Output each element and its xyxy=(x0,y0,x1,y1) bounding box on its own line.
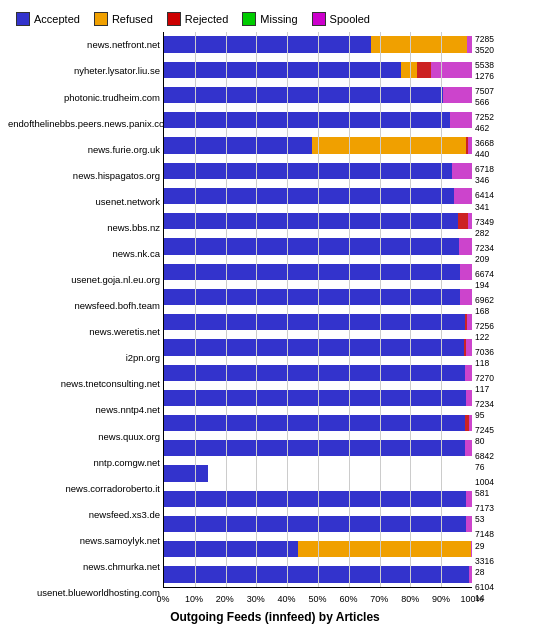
x-label-10: 100% xyxy=(460,594,483,604)
right-labels-col: 7285352055381276750756672524623668440671… xyxy=(472,32,542,606)
grid-line-2 xyxy=(226,32,227,587)
y-label-15: news.quux.org xyxy=(8,431,160,442)
y-label-17: news.corradoroberto.it xyxy=(8,483,160,494)
right-label-2: 7507566 xyxy=(472,86,542,108)
right-label-9: 6674194 xyxy=(472,269,542,291)
legend-item-spooled: Spooled xyxy=(312,12,370,26)
right-label-12: 7036118 xyxy=(472,347,542,369)
bar-segment-spooled-13 xyxy=(465,365,472,381)
y-label-20: news.chmurka.net xyxy=(8,561,160,572)
right-label-3: 7252462 xyxy=(472,112,542,134)
right-label-19: 714829 xyxy=(472,529,542,551)
legend-item-refused: Refused xyxy=(94,12,153,26)
legend: AcceptedRefusedRejectedMissingSpooled xyxy=(8,8,542,32)
bar-segment-refused-0 xyxy=(371,36,467,52)
bar-stack-17 xyxy=(164,465,208,481)
y-label-12: i2pn.org xyxy=(8,352,160,363)
right-label-16: 684276 xyxy=(472,451,542,473)
bar-segment-refused-4 xyxy=(312,137,467,153)
bar-segment-spooled-20 xyxy=(471,541,472,557)
bar-segment-accepted-11 xyxy=(164,314,465,330)
right-label-11: 7256122 xyxy=(472,321,542,343)
legend-color-missing xyxy=(242,12,256,26)
right-label-14: 723495 xyxy=(472,399,542,421)
bar-segment-rejected-1 xyxy=(417,62,431,78)
x-label-7: 70% xyxy=(370,594,388,604)
y-label-18: newsfeed.xs3.de xyxy=(8,509,160,520)
bar-segment-spooled-0 xyxy=(467,36,472,52)
y-label-14: news.nntp4.net xyxy=(8,404,160,415)
bar-segment-spooled-21 xyxy=(469,566,472,582)
y-label-1: nyheter.lysator.liu.se xyxy=(8,65,160,76)
bar-segment-accepted-4 xyxy=(164,137,312,153)
y-label-16: nntp.comgw.net xyxy=(8,457,160,468)
grid-line-3 xyxy=(256,32,257,587)
bar-segment-spooled-12 xyxy=(466,339,472,355)
right-label-5: 6718346 xyxy=(472,164,542,186)
y-label-7: news.bbs.nz xyxy=(8,222,160,233)
right-label-1: 55381276 xyxy=(472,60,542,82)
grid-line-1 xyxy=(195,32,196,587)
legend-color-spooled xyxy=(312,12,326,26)
bar-segment-spooled-5 xyxy=(452,163,472,179)
x-label-4: 40% xyxy=(278,594,296,604)
bars-and-xaxis: 0%10%20%30%40%50%60%70%80%90%100% xyxy=(163,32,472,606)
y-label-21: usenet.blueworldhosting.com xyxy=(8,587,160,598)
grid-line-5 xyxy=(318,32,319,587)
right-label-15: 724580 xyxy=(472,425,542,447)
bar-segment-accepted-17 xyxy=(164,465,208,481)
bar-segment-spooled-8 xyxy=(459,238,472,254)
y-label-0: news.netfront.net xyxy=(8,39,160,50)
x-label-2: 20% xyxy=(216,594,234,604)
x-label-9: 90% xyxy=(432,594,450,604)
bar-segment-accepted-5 xyxy=(164,163,452,179)
bar-segment-accepted-14 xyxy=(164,390,466,406)
bar-segment-accepted-3 xyxy=(164,112,450,128)
legend-item-accepted: Accepted xyxy=(16,12,80,26)
x-label-0: 0% xyxy=(156,594,169,604)
bar-segment-spooled-7 xyxy=(468,213,472,229)
legend-label-spooled: Spooled xyxy=(330,13,370,25)
bar-segment-spooled-16 xyxy=(465,440,472,456)
y-label-19: news.samoylyk.net xyxy=(8,535,160,546)
bar-segment-accepted-21 xyxy=(164,566,469,582)
bar-segment-refused-20 xyxy=(298,541,471,557)
bar-segment-spooled-10 xyxy=(460,289,472,305)
grid-line-6 xyxy=(349,32,350,587)
right-label-8: 7234209 xyxy=(472,243,542,265)
bar-segment-accepted-20 xyxy=(164,541,298,557)
right-label-10: 6962168 xyxy=(472,295,542,317)
chart-title: Outgoing Feeds (innfeed) by Articles xyxy=(8,606,542,626)
bar-segment-spooled-9 xyxy=(460,264,472,280)
x-label-6: 60% xyxy=(339,594,357,604)
bar-segment-rejected-7 xyxy=(458,213,467,229)
legend-color-rejected xyxy=(167,12,181,26)
bar-segment-accepted-7 xyxy=(164,213,458,229)
x-axis-labels: 0%10%20%30%40%50%60%70%80%90%100% xyxy=(163,588,472,606)
right-label-13: 7270117 xyxy=(472,373,542,395)
bars-section: news.netfront.netnyheter.lysator.liu.sep… xyxy=(8,32,542,606)
right-label-6: 6414341 xyxy=(472,190,542,212)
y-label-11: news.weretis.net xyxy=(8,326,160,337)
bar-segment-accepted-10 xyxy=(164,289,460,305)
bar-segment-refused-1 xyxy=(401,62,417,78)
x-label-1: 10% xyxy=(185,594,203,604)
y-label-6: usenet.network xyxy=(8,196,160,207)
chart-container: AcceptedRefusedRejectedMissingSpooled ne… xyxy=(0,0,550,630)
y-label-8: news.nk.ca xyxy=(8,248,160,259)
bar-segment-accepted-19 xyxy=(164,516,466,532)
bar-segment-spooled-4 xyxy=(468,137,472,153)
grid-line-9 xyxy=(441,32,442,587)
bar-segment-spooled-1 xyxy=(431,62,472,78)
bar-segment-accepted-12 xyxy=(164,339,464,355)
grid-line-8 xyxy=(410,32,411,587)
y-label-4: news.furie.org.uk xyxy=(8,144,160,155)
bar-segment-spooled-11 xyxy=(467,314,472,330)
legend-color-refused xyxy=(94,12,108,26)
legend-label-rejected: Rejected xyxy=(185,13,228,25)
x-label-5: 50% xyxy=(308,594,326,604)
right-label-18: 717353 xyxy=(472,503,542,525)
bar-segment-accepted-15 xyxy=(164,415,465,431)
bar-segment-accepted-13 xyxy=(164,365,465,381)
bar-segment-spooled-6 xyxy=(454,188,472,204)
